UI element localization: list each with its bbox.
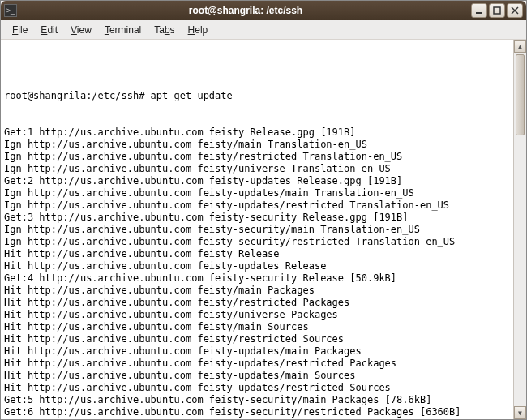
terminal-output-line: Ign http://us.archive.ubuntu.com feisty-… (4, 236, 510, 248)
terminal-output-line: Hit http://us.archive.ubuntu.com feisty-… (4, 358, 510, 370)
terminal-output-line: Ign http://us.archive.ubuntu.com feisty/… (4, 163, 510, 175)
terminal-output-line: Ign http://us.archive.ubuntu.com feisty-… (4, 199, 510, 212)
terminal-output-line: Hit http://us.archive.ubuntu.com feisty/… (4, 285, 510, 297)
menu-terminal[interactable]: Terminal (98, 23, 148, 37)
menubar: File Edit View Terminal Tabs Help (1, 20, 526, 40)
terminal-icon: >_ (4, 4, 17, 17)
close-button[interactable] (507, 3, 523, 18)
window-title: root@shangrila: /etc/ssh (20, 5, 471, 16)
terminal-output-line: Get:2 http://us.archive.ubuntu.com feist… (4, 175, 510, 187)
maximize-button[interactable] (489, 3, 505, 18)
titlebar[interactable]: >_ root@shangrila: /etc/ssh (1, 1, 526, 20)
terminal-output-line: Get:7 http://us.archive.ubuntu.com feist… (4, 418, 510, 419)
maximize-icon (493, 6, 501, 15)
terminal-output-line: Hit http://us.archive.ubuntu.com feisty-… (4, 345, 510, 358)
scroll-up-button[interactable]: ▲ (514, 40, 526, 53)
terminal-output-line: Hit http://us.archive.ubuntu.com feisty-… (4, 370, 510, 382)
terminal-output-line: Hit http://us.archive.ubuntu.com feisty/… (4, 321, 510, 333)
minimize-button[interactable] (471, 3, 487, 18)
svg-rect-1 (494, 7, 500, 14)
terminal-output-line: Get:3 http://us.archive.ubuntu.com feist… (4, 212, 510, 224)
terminal-content: root@shangrila:/etc/ssh# apt-get update … (4, 66, 510, 419)
window-controls (471, 3, 523, 18)
menu-file[interactable]: File (6, 23, 34, 37)
terminal-output-line: Get:1 http://us.archive.ubuntu.com feist… (4, 126, 510, 139)
terminal-output-line: Hit http://us.archive.ubuntu.com feisty/… (4, 297, 510, 309)
terminal-window: >_ root@shangrila: /etc/ssh File Edit Vi… (0, 0, 527, 420)
terminal-output-line: Ign http://us.archive.ubuntu.com feisty/… (4, 139, 510, 151)
terminal-body[interactable]: root@shangrila:/etc/ssh# apt-get update … (1, 40, 526, 419)
menu-tabs[interactable]: Tabs (148, 23, 181, 37)
terminal-output-line: Get:5 http://us.archive.ubuntu.com feist… (4, 394, 510, 406)
scrollbar-vertical[interactable]: ▲ ▼ (513, 40, 526, 419)
terminal-output-line: Hit http://us.archive.ubuntu.com feisty-… (4, 260, 510, 272)
terminal-output-line: Ign http://us.archive.ubuntu.com feisty-… (4, 187, 510, 199)
minimize-icon (475, 6, 483, 15)
terminal-output-line: Get:4 http://us.archive.ubuntu.com feist… (4, 272, 510, 285)
terminal-output-line: Hit http://us.archive.ubuntu.com feisty/… (4, 333, 510, 345)
scrollbar-thumb[interactable] (516, 54, 525, 135)
menu-edit[interactable]: Edit (34, 23, 64, 37)
close-icon (511, 6, 519, 15)
scroll-down-button[interactable]: ▼ (514, 406, 526, 419)
terminal-output-line: Hit http://us.archive.ubuntu.com feisty-… (4, 382, 510, 394)
terminal-output-line: Hit http://us.archive.ubuntu.com feisty … (4, 248, 510, 260)
terminal-output-line: Ign http://us.archive.ubuntu.com feisty/… (4, 151, 510, 163)
terminal-prompt-line: root@shangrila:/etc/ssh# apt-get update (4, 90, 510, 102)
menu-view[interactable]: View (64, 23, 98, 37)
terminal-output-line: Get:6 http://us.archive.ubuntu.com feist… (4, 406, 510, 418)
terminal-output-line: Ign http://us.archive.ubuntu.com feisty-… (4, 224, 510, 236)
menu-help[interactable]: Help (182, 23, 215, 37)
terminal-output-line: Hit http://us.archive.ubuntu.com feisty/… (4, 309, 510, 321)
